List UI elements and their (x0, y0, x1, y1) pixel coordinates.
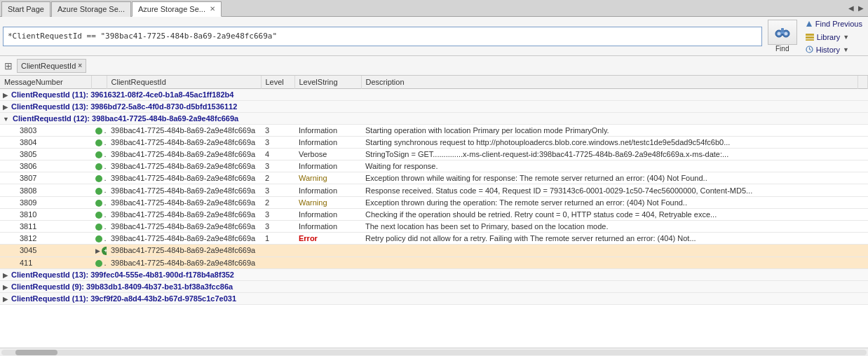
tab-label: Azure Storage Se... (57, 5, 125, 13)
desc-cell: The next location has been set to Primar… (361, 220, 858, 232)
library-button[interactable]: Library ▼ (803, 32, 865, 42)
filter-bar: ⊞ ClientRequestId × (0, 56, 868, 76)
levelstr-cell (294, 256, 361, 268)
scroll-space (858, 101, 868, 113)
status-icon (95, 235, 102, 242)
table-row[interactable]: ▶ ClientRequestId (11): 39cf9f20-a8d4-43… (0, 293, 868, 305)
library-dropdown-arrow: ▼ (843, 34, 849, 41)
table-row[interactable]: 3808 398bac41-7725-484b-8a69-2a9e48fc669… (0, 184, 868, 196)
search-input[interactable] (3, 27, 762, 46)
scroll-space (858, 256, 868, 268)
table-row[interactable]: 411 398bac41-7725-484b-8a69-2a9e48fc669a (0, 256, 868, 268)
desc-cell: Checking if the operation should be retr… (361, 208, 858, 220)
tab-azure-1[interactable]: Azure Storage Se... (51, 1, 131, 17)
toolbar: Find Find Previous Library (0, 17, 868, 56)
find-label[interactable]: Find (775, 45, 789, 53)
scroll-space (858, 125, 868, 137)
clientreq-cell: 398bac41-7725-484b-8a69-2a9e48fc669a (107, 196, 261, 208)
table-row[interactable]: ▶ ClientRequestId (9): 39b83db1-8409-4b3… (0, 281, 868, 293)
group-label: ClientRequestId (11): 39cf9f20-a8d4-43b2… (11, 294, 236, 303)
search-area (3, 20, 762, 53)
scroll-space (858, 232, 868, 244)
filter-tag-close-icon[interactable]: × (78, 62, 82, 69)
find-previous-button[interactable]: Find Previous (803, 18, 865, 29)
horizontal-scrollbar[interactable] (0, 348, 868, 356)
tab-label: Start Page (8, 5, 44, 13)
desc-cell: Retry policy did not allow for a retry. … (361, 232, 858, 244)
table-row[interactable]: 3809 398bac41-7725-484b-8a69-2a9e48fc669… (0, 196, 868, 208)
clientreq-cell: 398bac41-7725-484b-8a69-2a9e48fc669a (107, 184, 261, 196)
table-row[interactable]: ▶ ClientRequestId (13): 399fec04-555e-4b… (0, 269, 868, 281)
group-label: ClientRequestId (12): 398bac41-7725-484b… (13, 114, 238, 123)
table-row[interactable]: 3045 ▶ + 398bac41-7725-484b-8a69-2a9e48f… (0, 244, 868, 256)
table-row[interactable]: 3803 398bac41-7725-484b-8a69-2a9e48fc669… (0, 125, 868, 137)
clientreq-cell: 398bac41-7725-484b-8a69-2a9e48fc669a (107, 149, 261, 160)
svg-line-12 (809, 50, 811, 50)
tabs-bar: Start Page Azure Storage Se... Azure Sto… (0, 0, 868, 17)
filter-grid-icon: ⊞ (4, 60, 13, 71)
expand-icon: ▶ (95, 247, 100, 254)
desc-cell: Response received. Status code = 404, Re… (361, 184, 858, 196)
table-row[interactable]: 3807 398bac41-7725-484b-8a69-2a9e48fc669… (0, 172, 868, 184)
table-body: ▶ ClientRequestId (11): 39616321-08f2-4c… (0, 89, 868, 305)
level-cell: 3 (261, 125, 294, 137)
table-row[interactable]: ▼ ClientRequestId (12): 398bac41-7725-48… (0, 113, 868, 125)
table-row[interactable]: 3810 398bac41-7725-484b-8a69-2a9e48fc669… (0, 208, 868, 220)
tab-close-icon[interactable]: ✕ (210, 5, 215, 13)
table-container[interactable]: MessageNumber ClientRequestId Level Leve… (0, 76, 868, 348)
svg-marker-6 (806, 21, 812, 27)
expand-arrow: ▼ (3, 116, 9, 123)
tab-nav-right[interactable]: ▶ (857, 4, 865, 12)
find-previous-label: Find Previous (815, 20, 862, 28)
status-icon (95, 260, 102, 267)
group-label: ClientRequestId (9): 39b83db1-8409-4b37-… (11, 282, 233, 291)
table-row[interactable]: ▶ ClientRequestId (11): 39616321-08f2-4c… (0, 89, 868, 101)
scroll-space (858, 184, 868, 196)
find-button[interactable] (768, 20, 797, 45)
history-button[interactable]: History ▼ (803, 45, 865, 55)
desc-cell: Exception thrown during the operation: T… (361, 196, 858, 208)
table-row[interactable]: 3805 398bac41-7725-484b-8a69-2a9e48fc669… (0, 149, 868, 160)
msg-number-cell: 411 (0, 256, 91, 268)
table-row[interactable]: 3811 398bac41-7725-484b-8a69-2a9e48fc669… (0, 220, 868, 232)
levelstr-cell: Information (294, 220, 361, 232)
table-row[interactable]: 3812 398bac41-7725-484b-8a69-2a9e48fc669… (0, 232, 868, 244)
group-label: ClientRequestId (13): 3986bd72-5a8c-4f0d… (11, 102, 237, 111)
scrollbar-thumb[interactable] (15, 350, 57, 355)
status-icon (95, 224, 102, 231)
status-icon (95, 128, 102, 135)
desc-cell (361, 256, 858, 268)
scroll-space (858, 281, 868, 293)
tab-start-page[interactable]: Start Page (1, 1, 50, 17)
filter-tag-clientrequestid[interactable]: ClientRequestId × (17, 59, 86, 73)
msg-number-cell: 3807 (0, 172, 91, 184)
clientreq-cell: 398bac41-7725-484b-8a69-2a9e48fc669a (107, 208, 261, 220)
icon-cell (91, 196, 107, 208)
expand-arrow: ▶ (3, 92, 8, 99)
status-icon (95, 139, 102, 146)
level-cell (261, 244, 294, 256)
filter-tag-label: ClientRequestId (21, 62, 76, 70)
scroll-space (858, 269, 868, 281)
content-area: MessageNumber ClientRequestId Level Leve… (0, 76, 868, 356)
tab-azure-2[interactable]: Azure Storage Se... ✕ (132, 1, 222, 17)
table-row[interactable]: 3806 398bac41-7725-484b-8a69-2a9e48fc669… (0, 160, 868, 172)
scrollbar-track (1, 350, 867, 355)
levelstr-cell: Information (294, 160, 361, 172)
status-icon (95, 151, 102, 158)
scroll-space (858, 160, 868, 172)
status-icon (95, 200, 102, 207)
clientreq-cell: 398bac41-7725-484b-8a69-2a9e48fc669a (107, 244, 261, 256)
level-cell: 3 (261, 160, 294, 172)
level-cell: 3 (261, 208, 294, 220)
scroll-space (858, 149, 868, 160)
desc-cell: Starting operation with location Primary… (361, 125, 858, 137)
table-header-row: MessageNumber ClientRequestId Level Leve… (0, 76, 868, 89)
msg-number-cell: 3805 (0, 149, 91, 160)
tab-nav-left[interactable]: ◀ (847, 4, 855, 12)
status-icon (95, 163, 102, 170)
scroll-space (858, 89, 868, 101)
col-header-icon (91, 76, 107, 89)
table-row[interactable]: ▶ ClientRequestId (13): 3986bd72-5a8c-4f… (0, 101, 868, 113)
table-row[interactable]: 3804 398bac41-7725-484b-8a69-2a9e48fc669… (0, 137, 868, 149)
